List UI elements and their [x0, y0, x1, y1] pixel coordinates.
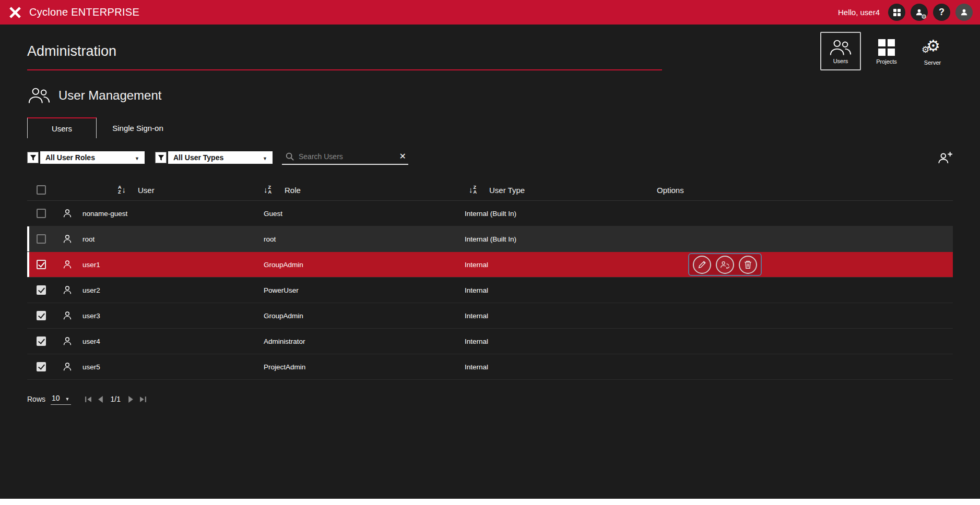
table-row[interactable]: user2 PowerUser Internal [27, 278, 953, 303]
page-title: Administration [27, 43, 116, 59]
sort-role-button[interactable]: ZA [264, 185, 271, 195]
first-page-button[interactable] [85, 396, 92, 403]
tab-users-label: Users [52, 124, 72, 133]
column-header-user: User [138, 185, 155, 194]
add-user-icon [937, 151, 953, 164]
role-filter-funnel-button[interactable] [27, 152, 39, 163]
role-filter-value: All User Roles [45, 153, 95, 162]
user-role: root [264, 235, 276, 243]
funnel-icon [158, 154, 164, 161]
user-type: Internal (Built In) [465, 210, 516, 218]
nav-users-button[interactable]: Users [820, 32, 861, 70]
page-bottom-strip [0, 499, 980, 505]
user-role: Administrator [264, 338, 305, 345]
row-checkbox[interactable] [37, 234, 46, 244]
user-icon [62, 233, 73, 245]
trash-icon [743, 260, 752, 269]
previous-page-icon [98, 396, 103, 403]
projects-grid-icon [877, 38, 896, 57]
previous-page-button[interactable] [98, 396, 103, 403]
section-header: User Management [27, 84, 953, 107]
pagination-bar: Rows 10 1/1 [27, 391, 953, 407]
search-box [282, 150, 408, 165]
brand-title: Cyclone ENTERPRISE [29, 6, 139, 18]
user-name: user4 [82, 338, 100, 345]
edit-pencil-icon [698, 260, 707, 269]
table-row[interactable]: user4 Administrator Internal [27, 329, 953, 354]
last-page-icon [139, 396, 147, 403]
first-page-icon [85, 396, 92, 403]
type-filter-funnel-button[interactable] [155, 152, 167, 163]
user-table-body: noname-guest Guest Internal (Built In) r… [27, 201, 953, 380]
table-row[interactable]: user3 GroupAdmin Internal [27, 303, 953, 329]
assign-roles-button[interactable] [716, 256, 734, 274]
apps-grid-button[interactable] [888, 4, 905, 21]
user-name: root [82, 235, 95, 243]
sort-za-icon: ZA [474, 185, 477, 195]
arrow-down-icon [122, 185, 126, 195]
apps-grid-icon [893, 8, 901, 17]
sort-az-icon: AZ [118, 185, 122, 195]
user-role: ProjectAdmin [264, 363, 305, 371]
user-name: user5 [82, 363, 100, 371]
chevron-down-icon [65, 393, 70, 403]
tab-users[interactable]: Users [27, 117, 97, 138]
select-all-checkbox[interactable] [37, 185, 46, 195]
row-checkbox[interactable] [37, 362, 46, 371]
rows-label: Rows [27, 395, 45, 403]
sort-user-button[interactable]: AZ [118, 185, 126, 195]
arrow-down-icon [264, 185, 268, 195]
add-user-button[interactable] [937, 151, 953, 164]
table-row[interactable]: root root Internal (Built In) [27, 226, 953, 252]
chevron-down-icon [263, 153, 267, 162]
sort-type-button[interactable]: ZA [469, 185, 477, 195]
delete-user-button[interactable] [739, 256, 757, 274]
user-role: Guest [264, 210, 282, 218]
last-page-button[interactable] [139, 396, 147, 403]
user-type: Internal [465, 363, 488, 371]
user-role: PowerUser [264, 286, 299, 294]
role-filter-dropdown[interactable]: All User Roles [40, 151, 145, 164]
edit-user-button[interactable] [693, 256, 711, 274]
tab-single-sign-on[interactable]: Single Sign-on [97, 117, 179, 138]
user-type: Internal [465, 338, 488, 345]
nav-server-button[interactable]: Server [912, 32, 953, 70]
help-icon [939, 7, 944, 18]
top-bar: Cyclone ENTERPRISE Hello, user4 [0, 0, 980, 25]
row-options-toolbar [688, 253, 762, 276]
section-title: User Management [58, 88, 161, 103]
title-underline [27, 69, 662, 70]
row-checkbox[interactable] [37, 336, 46, 346]
admin-settings-button[interactable] [911, 4, 928, 21]
table-row[interactable]: noname-guest Guest Internal (Built In) [27, 201, 953, 226]
user-icon [62, 310, 73, 321]
user-management-icon [27, 87, 51, 104]
nav-projects-label: Projects [876, 58, 897, 65]
row-checkbox[interactable] [37, 209, 46, 218]
tab-sso-label: Single Sign-on [112, 124, 163, 133]
arrow-down-icon [469, 185, 473, 195]
rows-per-page-select[interactable]: 10 [51, 393, 71, 405]
user-name: noname-guest [82, 210, 127, 218]
cyclone-logo-icon [7, 5, 23, 20]
sort-za-icon: ZA [268, 185, 272, 195]
user-name: user1 [82, 261, 100, 269]
clear-search-button[interactable] [399, 152, 406, 161]
column-header-role: Role [285, 185, 301, 194]
close-icon [399, 152, 406, 161]
funnel-icon [30, 154, 37, 161]
search-input[interactable] [299, 152, 395, 161]
profile-button[interactable] [955, 4, 973, 21]
table-row[interactable]: user5 ProjectAdmin Internal [27, 354, 953, 380]
gear-icon [921, 12, 927, 20]
next-page-button[interactable] [128, 396, 134, 403]
row-checkbox[interactable] [37, 260, 46, 269]
user-name: user3 [82, 312, 100, 320]
type-filter-dropdown[interactable]: All User Types [168, 151, 273, 164]
table-row[interactable]: user1 GroupAdmin Internal [27, 252, 953, 278]
user-name: user2 [82, 286, 100, 294]
help-button[interactable] [933, 4, 950, 21]
row-checkbox[interactable] [37, 285, 46, 295]
row-checkbox[interactable] [37, 311, 46, 320]
nav-projects-button[interactable]: Projects [866, 32, 907, 70]
